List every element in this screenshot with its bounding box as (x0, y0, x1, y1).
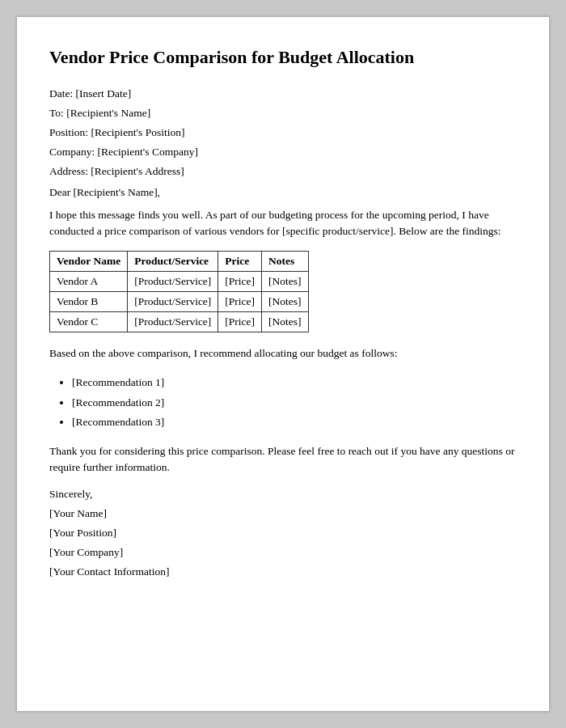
list-item: [Recommendation 2] (72, 393, 517, 413)
recommendation-list: [Recommendation 1] [Recommendation 2] [R… (72, 373, 517, 432)
col-product-service: Product/Service (128, 252, 218, 272)
list-item: [Recommendation 1] (72, 373, 517, 392)
signer-name: [Your Name] (49, 507, 517, 520)
salutation: Dear [Recipient's Name], (49, 186, 517, 199)
vendor-b-price: [Price] (218, 292, 262, 312)
signature-block: Sincerely, [Your Name] [Your Position] [… (49, 488, 517, 578)
date-field: Date: [Insert Date] (49, 87, 517, 100)
closing-paragraph: Thank you for considering this price com… (49, 443, 517, 476)
vendor-b-name: Vendor B (50, 292, 128, 312)
list-item: [Recommendation 3] (72, 413, 517, 432)
vendor-c-price: [Price] (218, 312, 262, 332)
vendor-a-price: [Price] (218, 272, 262, 292)
col-price: Price (218, 252, 262, 272)
table-row: Vendor B [Product/Service] [Price] [Note… (50, 292, 309, 312)
sincerely-line: Sincerely, (49, 488, 517, 501)
vendor-c-notes: [Notes] (262, 312, 309, 332)
document-container: Vendor Price Comparison for Budget Alloc… (16, 16, 550, 712)
vendor-a-notes: [Notes] (262, 272, 309, 292)
vendor-c-name: Vendor C (50, 312, 128, 332)
table-row: Vendor A [Product/Service] [Price] [Note… (50, 272, 309, 292)
vendor-a-product: [Product/Service] (128, 272, 218, 292)
col-vendor-name: Vendor Name (50, 252, 128, 272)
position-field: Position: [Recipient's Position] (49, 126, 517, 139)
table-row: Vendor C [Product/Service] [Price] [Note… (50, 312, 309, 332)
company-field: Company: [Recipient's Company] (49, 146, 517, 159)
recommendation-intro: Based on the above comparison, I recomme… (49, 345, 517, 362)
vendor-comparison-table: Vendor Name Product/Service Price Notes … (49, 251, 309, 332)
vendor-b-notes: [Notes] (262, 292, 309, 312)
intro-paragraph: I hope this message finds you well. As p… (49, 207, 517, 240)
address-field: Address: [Recipient's Address] (49, 165, 517, 178)
vendor-c-product: [Product/Service] (128, 312, 218, 332)
signer-company: [Your Company] (49, 546, 517, 559)
signer-contact: [Your Contact Information] (49, 565, 517, 578)
vendor-a-name: Vendor A (50, 272, 128, 292)
signer-position: [Your Position] (49, 527, 517, 540)
to-field: To: [Recipient's Name] (49, 107, 517, 120)
col-notes: Notes (262, 252, 309, 272)
document-title: Vendor Price Comparison for Budget Alloc… (49, 46, 517, 70)
vendor-b-product: [Product/Service] (128, 292, 218, 312)
table-header-row: Vendor Name Product/Service Price Notes (50, 252, 309, 272)
